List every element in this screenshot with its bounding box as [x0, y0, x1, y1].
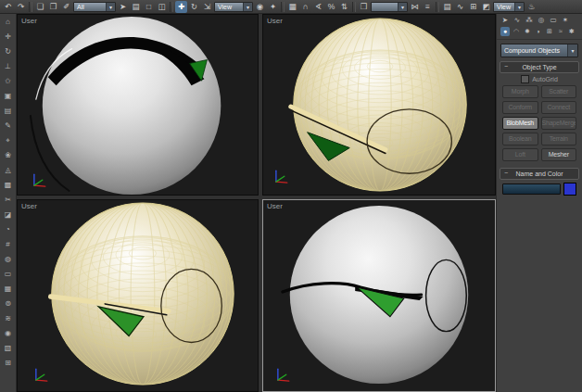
left-tool-13-icon[interactable]: ✂ [2, 195, 14, 206]
create-tab-icon[interactable]: ➤ [500, 16, 510, 25]
left-tool-10-icon[interactable]: ❀ [2, 150, 14, 161]
chevron-down-icon[interactable]: ▾ [514, 3, 524, 11]
left-tool-11-icon[interactable]: ◬ [2, 165, 14, 176]
schematic-view-icon[interactable]: ⊞ [467, 1, 479, 13]
viewport-label[interactable]: User [267, 17, 283, 25]
conform-button: Conform [502, 101, 538, 114]
curve-editor-icon[interactable]: ∿ [454, 1, 466, 13]
viewport-bottom-right[interactable]: User [262, 199, 496, 392]
chevron-down-icon[interactable]: ▾ [243, 3, 252, 11]
collapse-icon[interactable]: − [504, 169, 508, 178]
axis-tripod-icon [34, 174, 45, 186]
name-and-color-rollout-header[interactable]: − Name and Color [500, 168, 579, 180]
align-icon[interactable]: ≡ [422, 1, 434, 13]
left-tool-15-icon[interactable]: ◔ [2, 224, 14, 235]
select-and-link-icon[interactable]: ❏ [34, 1, 46, 13]
object-name-field[interactable] [502, 183, 561, 195]
spinner-snap-icon[interactable]: ⇅ [338, 1, 350, 13]
select-and-move-icon[interactable]: ✚ [175, 1, 187, 13]
mesher-button[interactable]: Mesher [541, 148, 577, 161]
reference-coordinate-dropdown[interactable]: View▾ [214, 2, 253, 12]
viewport-label[interactable]: User [21, 202, 37, 210]
left-tool-19-icon[interactable]: ▦ [2, 284, 14, 295]
display-tab-icon[interactable]: ▭ [549, 16, 558, 25]
dropdown-value: View [497, 4, 511, 10]
left-tool-12-icon[interactable]: ▩ [2, 180, 14, 191]
left-tool-7-icon[interactable]: ▤ [2, 106, 14, 117]
mirror-icon[interactable]: ⋈ [409, 1, 421, 13]
create-category-tabs: ●◠✹◗⊞≈✱ [497, 26, 582, 40]
angle-snap-icon[interactable]: ∢ [312, 1, 324, 13]
toolbar-separator [352, 2, 356, 12]
chevron-down-icon[interactable]: ▾ [398, 3, 407, 11]
percent-snap-icon[interactable]: % [325, 1, 337, 13]
modify-tab-icon[interactable]: ∿ [512, 16, 522, 25]
left-tool-17-icon[interactable]: ◍ [2, 254, 14, 265]
unlink-selection-icon[interactable]: ❐ [47, 1, 59, 13]
use-pivot-center-icon[interactable]: ◉ [254, 1, 266, 13]
utilities-tab-icon[interactable]: ✶ [561, 16, 570, 25]
left-tool-18-icon[interactable]: ▭ [2, 269, 14, 280]
window-crossing-icon[interactable]: ◫ [156, 1, 168, 13]
object-type-buttons: MorphScatterConformConnectBlobMeshShapeM… [500, 85, 579, 164]
motion-tab-icon[interactable]: ◎ [537, 16, 546, 25]
rectangular-selection-region-icon[interactable]: □ [143, 1, 155, 13]
left-tool-14-icon[interactable]: ◪ [2, 209, 14, 221]
redo-icon[interactable]: ↷ [15, 1, 27, 13]
material-editor-icon[interactable]: ◩ [480, 1, 492, 13]
left-tool-23-icon[interactable]: ▧ [2, 343, 14, 354]
left-tool-4-icon[interactable]: ⊥ [2, 61, 14, 72]
viewport-label[interactable]: User [21, 17, 37, 25]
chevron-down-icon[interactable]: ▾ [106, 3, 115, 11]
keyboard-override-icon[interactable]: ▦ [286, 1, 298, 13]
left-tool-1-icon[interactable]: ⌂ [2, 17, 14, 28]
left-tool-16-icon[interactable]: # [2, 239, 14, 250]
select-and-scale-icon[interactable]: ⇲ [201, 1, 213, 13]
selection-filter-dropdown[interactable]: All▾ [73, 2, 116, 12]
undo-icon[interactable]: ↶ [2, 1, 14, 13]
viewport-bottom-left[interactable]: User [17, 199, 259, 392]
lights-subtab-icon[interactable]: ✹ [523, 27, 532, 36]
viewport-label[interactable]: User [267, 202, 283, 210]
left-tool-24-icon[interactable]: ⊞ [2, 358, 14, 369]
object-type-rollout-header[interactable]: − Object Type [500, 61, 579, 73]
snap-toggle-3d-icon[interactable]: ∩ [299, 1, 311, 13]
cameras-subtab-icon[interactable]: ◗ [534, 27, 543, 36]
left-tool-20-icon[interactable]: ⊚ [2, 298, 14, 310]
hierarchy-tab-icon[interactable]: ⁂ [525, 16, 534, 25]
object-category-dropdown[interactable]: Compound Objects ▾ [500, 44, 578, 57]
left-tool-6-icon[interactable]: ▣ [2, 91, 14, 102]
render-viewport-dropdown[interactable]: View▾ [493, 2, 525, 12]
left-tool-8-icon[interactable]: ✎ [2, 120, 14, 132]
left-tool-9-icon[interactable]: ⌖ [2, 135, 14, 146]
select-object-icon[interactable]: ➤ [117, 1, 129, 13]
select-and-manipulate-icon[interactable]: ✦ [267, 1, 279, 13]
systems-subtab-icon[interactable]: ✱ [567, 27, 576, 36]
named-selection-sets-dropdown[interactable]: ▾ [371, 2, 408, 12]
left-tool-3-icon[interactable]: ↻ [2, 46, 14, 57]
autogrid-checkbox[interactable] [521, 75, 529, 83]
left-tool-22-icon[interactable]: ◉ [2, 328, 14, 339]
viewport-top-left[interactable]: User [17, 14, 259, 196]
helpers-subtab-icon[interactable]: ⊞ [545, 27, 554, 36]
select-and-rotate-icon[interactable]: ↻ [188, 1, 200, 13]
select-by-name-icon[interactable]: ▤ [130, 1, 142, 13]
geometry-subtab-icon[interactable]: ● [500, 27, 510, 36]
object-color-swatch[interactable] [563, 183, 576, 196]
boolean-button: Boolean [502, 133, 538, 145]
render-production-icon[interactable]: ♨ [525, 1, 538, 13]
toolbar-separator [436, 2, 439, 12]
bind-to-space-warp-icon[interactable]: ✐ [60, 1, 72, 13]
shapes-subtab-icon[interactable]: ◠ [512, 27, 521, 36]
edit-named-selection-sets-icon[interactable]: ❒ [358, 1, 370, 13]
layer-manager-icon[interactable]: ▤ [441, 1, 453, 13]
collapse-icon[interactable]: − [504, 62, 508, 71]
left-tool-21-icon[interactable]: ≋ [2, 313, 14, 324]
spacewarps-subtab-icon[interactable]: ≈ [556, 27, 565, 36]
blobmesh-button[interactable]: BlobMesh [502, 117, 538, 130]
toolbar-separator [281, 2, 285, 12]
left-tool-2-icon[interactable]: ✛ [2, 32, 14, 43]
viewport-top-right[interactable]: User [262, 14, 496, 196]
chevron-down-icon[interactable]: ▾ [567, 44, 577, 57]
left-tool-5-icon[interactable]: ✩ [2, 76, 14, 87]
